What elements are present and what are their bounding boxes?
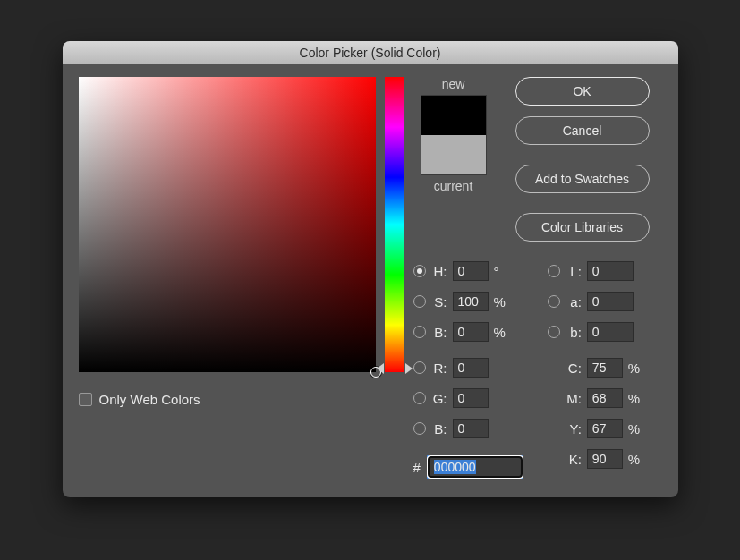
a-radio[interactable] — [548, 295, 560, 308]
s-unit: % — [494, 294, 506, 310]
g-radio[interactable] — [413, 392, 426, 404]
c-label: C: — [566, 361, 582, 376]
a-label: a: — [566, 294, 582, 310]
r-input[interactable] — [453, 358, 489, 378]
only-web-colors-row[interactable]: Only Web Colors — [79, 392, 404, 407]
saturation-value-field[interactable] — [79, 77, 376, 372]
r-row: R: — [413, 356, 523, 379]
swatch-new-color[interactable] — [421, 96, 486, 135]
m-row: M: % — [548, 386, 641, 410]
rgb-b-input[interactable] — [453, 419, 489, 438]
h-row: H: ° — [413, 259, 523, 283]
right-column: new current OK Cancel Add to Swatches Co… — [413, 77, 662, 478]
k-row: K: % — [548, 447, 641, 471]
swatch-current-color[interactable] — [421, 135, 486, 174]
hex-input[interactable] — [428, 456, 523, 478]
dialog-title: Color Picker (Solid Color) — [63, 41, 678, 64]
c-input[interactable] — [587, 358, 623, 378]
hex-row: # — [413, 456, 523, 478]
g-input[interactable] — [453, 388, 489, 408]
fields-grid: H: ° S: % B: % — [413, 259, 662, 478]
only-web-colors-label: Only Web Colors — [99, 392, 200, 407]
k-label: K: — [566, 452, 582, 467]
hsb-b-row: B: % — [413, 320, 523, 344]
hex-label: # — [413, 460, 421, 475]
hue-slider[interactable] — [385, 77, 404, 372]
l-input[interactable] — [587, 261, 634, 281]
hsb-b-label: B: — [431, 325, 447, 340]
hue-arrow-left-icon[interactable] — [377, 363, 384, 374]
m-label: M: — [566, 391, 582, 406]
only-web-colors-checkbox[interactable] — [79, 393, 92, 406]
h-unit: ° — [494, 264, 506, 279]
y-input[interactable] — [587, 419, 623, 438]
top-right: new current OK Cancel Add to Swatches Co… — [413, 77, 662, 242]
hue-column — [385, 77, 404, 372]
m-unit: % — [628, 391, 641, 406]
s-radio[interactable] — [413, 295, 426, 308]
button-column: OK Cancel Add to Swatches Color Librarie… — [515, 77, 650, 242]
hsb-b-unit: % — [494, 325, 506, 340]
swatch-current-label: current — [434, 179, 473, 193]
g-row: G: — [413, 386, 523, 410]
k-input[interactable] — [587, 449, 623, 469]
swatch-new-label: new — [442, 77, 465, 91]
swatch-preview — [421, 95, 487, 175]
s-input[interactable] — [453, 292, 489, 311]
h-label: H: — [431, 264, 447, 279]
c-unit: % — [628, 361, 641, 376]
y-label: Y: — [566, 421, 582, 437]
a-input[interactable] — [587, 292, 634, 311]
left-column: Only Web Colors — [79, 77, 404, 478]
y-row: Y: % — [548, 417, 641, 440]
m-input[interactable] — [587, 388, 623, 408]
lab-b-input[interactable] — [587, 322, 634, 342]
hsb-rgb-column: H: ° S: % B: % — [413, 259, 523, 478]
rgb-b-row: B: — [413, 417, 523, 440]
picker-row — [79, 77, 404, 372]
dialog-body: Only Web Colors new current OK Cancel Ad… — [63, 64, 678, 497]
s-row: S: % — [413, 290, 523, 313]
r-radio[interactable] — [413, 361, 426, 374]
k-unit: % — [628, 452, 641, 467]
swatch-column: new current — [413, 77, 494, 242]
s-label: S: — [431, 294, 447, 310]
a-row: a: — [548, 290, 641, 313]
h-radio[interactable] — [413, 265, 426, 277]
lab-cmyk-column: L: a: b: C: — [548, 259, 641, 478]
add-to-swatches-button[interactable]: Add to Swatches — [515, 165, 650, 193]
g-label: G: — [431, 391, 447, 406]
hue-arrow-right-icon[interactable] — [405, 363, 413, 374]
lab-b-label: b: — [566, 325, 582, 340]
l-radio[interactable] — [548, 265, 560, 277]
l-row: L: — [548, 259, 641, 283]
y-unit: % — [628, 421, 641, 437]
c-row: C: % — [548, 356, 641, 379]
hsb-b-input[interactable] — [453, 322, 489, 342]
lab-b-radio[interactable] — [548, 326, 560, 338]
ok-button[interactable]: OK — [515, 77, 650, 106]
hsb-b-radio[interactable] — [413, 326, 426, 338]
h-input[interactable] — [453, 261, 489, 281]
r-label: R: — [431, 361, 447, 376]
cancel-button[interactable]: Cancel — [515, 116, 650, 145]
color-libraries-button[interactable]: Color Libraries — [515, 213, 650, 242]
color-picker-dialog: Color Picker (Solid Color) Only Web Colo… — [63, 41, 678, 497]
l-label: L: — [566, 264, 582, 279]
rgb-b-label: B: — [431, 421, 447, 437]
lab-b-row: b: — [548, 320, 641, 344]
rgb-b-radio[interactable] — [413, 422, 426, 435]
